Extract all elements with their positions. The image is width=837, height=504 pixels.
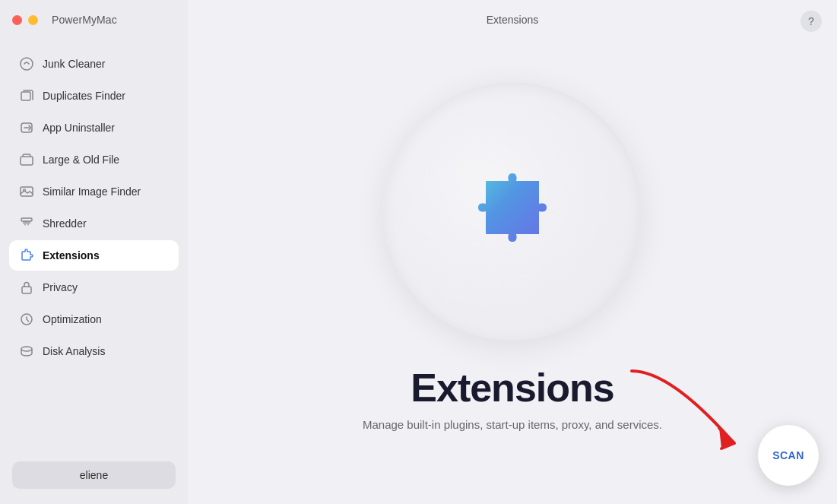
shredder-icon: [18, 215, 35, 232]
svg-rect-3: [21, 157, 33, 165]
sidebar-item-label-extensions: Extensions: [43, 249, 100, 262]
puzzle-piece-icon: [444, 143, 581, 280]
sidebar-item-disk-analysis[interactable]: Disk Analysis: [9, 336, 179, 366]
sidebar-bottom: eliene: [0, 452, 188, 504]
feature-title: Extensions: [411, 365, 613, 410]
junk-cleaner-icon: [18, 55, 35, 72]
sidebar-item-shredder[interactable]: Shredder: [9, 208, 179, 239]
sidebar-item-label-optimization: Optimization: [43, 313, 102, 325]
help-button[interactable]: ?: [801, 11, 822, 32]
sidebar-item-optimization[interactable]: Optimization: [9, 304, 179, 334]
sidebar-item-large-old-file[interactable]: Large & Old File: [9, 144, 179, 175]
similar-image-finder-icon: [18, 183, 35, 200]
arrow-indicator: [609, 356, 761, 462]
user-button[interactable]: eliene: [12, 461, 176, 489]
privacy-icon: [18, 279, 35, 296]
disk-analysis-icon: [18, 343, 35, 360]
feature-icon-circle: [383, 82, 642, 341]
sidebar-item-label-junk-cleaner: Junk Cleaner: [43, 58, 106, 70]
sidebar-item-label-disk-analysis: Disk Analysis: [43, 345, 105, 357]
sidebar-nav: Junk Cleaner Duplicates Finder App Unins…: [0, 46, 188, 369]
sidebar-item-extensions[interactable]: Extensions: [9, 240, 179, 271]
sidebar-item-junk-cleaner[interactable]: Junk Cleaner: [9, 49, 179, 79]
sidebar-item-label-similar-image-finder: Similar Image Finder: [43, 185, 141, 198]
app-title: PowerMyMac: [52, 14, 117, 26]
scan-button[interactable]: SCAN: [758, 425, 819, 486]
titlebar: PowerMyMac: [0, 0, 188, 40]
main-body: Extensions Manage built-in plugins, star…: [188, 40, 837, 504]
main-content-area: Extensions ? Extensions Manage built-in …: [188, 0, 837, 504]
sidebar-item-label-app-uninstaller: App Uninstaller: [43, 122, 115, 134]
sidebar-item-duplicates-finder[interactable]: Duplicates Finder: [9, 81, 179, 111]
svg-rect-7: [22, 287, 31, 293]
traffic-light-red[interactable]: [12, 15, 22, 25]
sidebar-item-similar-image-finder[interactable]: Similar Image Finder: [9, 176, 179, 207]
sidebar: PowerMyMac Junk Cleaner Duplicates Finde…: [0, 0, 188, 504]
sidebar-item-label-large-old-file: Large & Old File: [43, 154, 119, 166]
svg-rect-1: [21, 92, 30, 100]
app-uninstaller-icon: [18, 119, 35, 136]
sidebar-item-label-shredder: Shredder: [43, 217, 87, 230]
sidebar-item-label-privacy: Privacy: [43, 281, 78, 293]
main-header: Extensions ?: [188, 0, 837, 40]
sidebar-item-app-uninstaller[interactable]: App Uninstaller: [9, 113, 179, 143]
svg-rect-6: [21, 218, 32, 221]
large-old-file-icon: [18, 151, 35, 168]
svg-point-9: [21, 347, 32, 351]
optimization-icon: [18, 311, 35, 328]
svg-point-0: [21, 58, 33, 70]
svg-rect-4: [21, 187, 33, 196]
sidebar-item-privacy[interactable]: Privacy: [9, 272, 179, 303]
extensions-icon: [18, 247, 35, 264]
duplicates-finder-icon: [18, 87, 35, 104]
main-header-title: Extensions: [487, 14, 538, 26]
sidebar-item-label-duplicates-finder: Duplicates Finder: [43, 90, 125, 102]
traffic-light-yellow[interactable]: [28, 15, 38, 25]
